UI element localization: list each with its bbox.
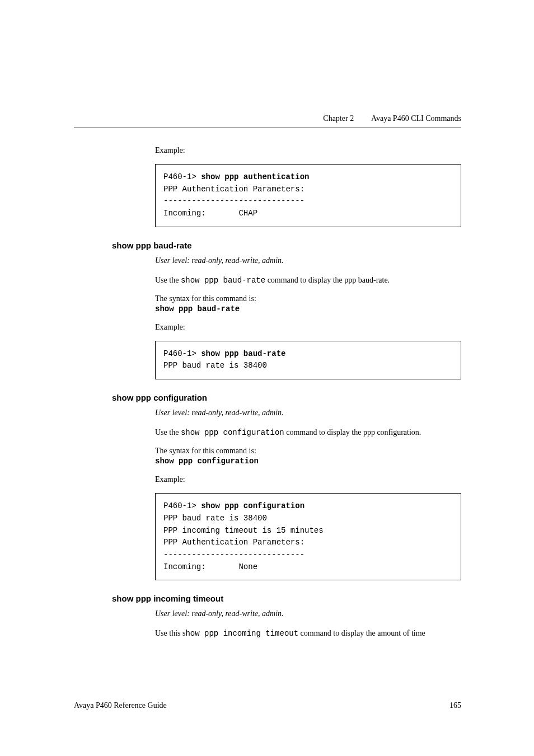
footer-doc-title: Avaya P460 Reference Guide xyxy=(74,701,167,710)
code-block-auth: P460-1> show ppp authentication PPP Auth… xyxy=(155,164,461,227)
user-level-config: User level: read-only, read-write, admin… xyxy=(155,407,461,419)
syntax-command-baud: show ppp baud-rate xyxy=(155,304,461,313)
example-label-baud: Example: xyxy=(155,321,461,333)
inline-command: show ppp configuration xyxy=(181,428,284,437)
heading-configuration: show ppp configuration xyxy=(112,393,461,402)
page-number: 165 xyxy=(449,701,461,710)
syntax-command-config: show ppp configuration xyxy=(155,457,461,466)
chapter-label: Chapter 2 xyxy=(323,114,354,123)
code-prompt: P460-1> xyxy=(163,172,201,181)
description-timeout: Use this show ppp incoming timeout comma… xyxy=(155,627,461,640)
code-output: PPP baud rate is 38400 PPP incoming time… xyxy=(163,514,324,571)
inline-command: how ppp incoming timeout xyxy=(185,629,298,638)
footer: Avaya P460 Reference Guide 165 xyxy=(74,701,461,710)
description-config: Use the show ppp configuration command t… xyxy=(155,426,461,439)
code-block-baud: P460-1> show ppp baud-rate PPP baud rate… xyxy=(155,341,461,379)
inline-command: show ppp baud-rate xyxy=(181,276,265,285)
code-output: PPP baud rate is 38400 xyxy=(163,361,267,370)
header-divider xyxy=(74,128,461,128)
heading-baud-rate: show ppp baud-rate xyxy=(112,241,461,250)
syntax-label-config: The syntax for this command is: xyxy=(155,447,461,456)
code-command: show ppp configuration xyxy=(201,501,305,510)
code-command: show ppp baud-rate xyxy=(201,349,285,358)
syntax-label-baud: The syntax for this command is: xyxy=(155,294,461,303)
chapter-header: Chapter 2 Avaya P460 CLI Commands xyxy=(323,114,461,123)
example-label: Example: xyxy=(155,144,461,156)
code-prompt: P460-1> xyxy=(163,501,201,510)
example-label-config: Example: xyxy=(155,473,461,485)
user-level-baud: User level: read-only, read-write, admin… xyxy=(155,255,461,266)
description-baud: Use the show ppp baud-rate command to di… xyxy=(155,274,461,287)
code-command: show ppp authentication xyxy=(201,172,309,181)
code-block-config: P460-1> show ppp configuration PPP baud … xyxy=(155,493,461,580)
user-level-timeout: User level: read-only, read-write, admin… xyxy=(155,608,461,619)
code-prompt: P460-1> xyxy=(163,349,201,358)
heading-incoming-timeout: show ppp incoming timeout xyxy=(112,594,461,603)
code-output: PPP Authentication Parameters: ---------… xyxy=(163,185,305,218)
chapter-title: Avaya P460 CLI Commands xyxy=(371,114,461,123)
